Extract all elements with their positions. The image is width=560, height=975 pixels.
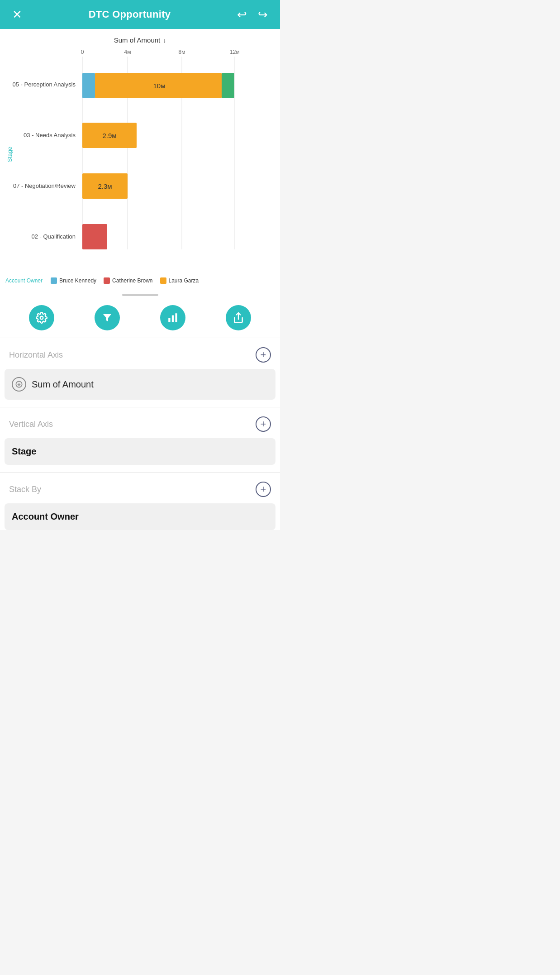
svg-text:0: 0 xyxy=(81,49,84,55)
svg-rect-25 xyxy=(175,313,177,322)
legend-item-catherine: Catherine Brown xyxy=(104,277,152,284)
download-icon xyxy=(12,377,26,392)
forward-button[interactable]: ↪ xyxy=(255,8,271,22)
header-nav-icons: ↩ ↪ xyxy=(234,8,271,22)
stack-by-value: Account Owner xyxy=(12,511,79,522)
legend-label-laura: Laura Garza xyxy=(169,277,199,284)
legend-item-bruce: Bruce Kennedy xyxy=(51,277,96,284)
legend-swatch-bruce xyxy=(51,277,57,284)
horizontal-axis-section-header: Horizontal Axis + xyxy=(0,338,280,369)
vertical-axis-value: Stage xyxy=(12,446,36,457)
legend-swatch-laura xyxy=(160,277,166,284)
stack-by-section-header: Stack By + xyxy=(0,473,280,503)
close-button[interactable]: ✕ xyxy=(9,8,25,22)
settings-button[interactable] xyxy=(29,305,54,330)
legend-label-catherine: Catherine Brown xyxy=(112,277,152,284)
chart-type-button[interactable] xyxy=(160,305,185,330)
svg-text:05 - Perception Analysis: 05 - Perception Analysis xyxy=(13,81,76,88)
plus-icon-3: + xyxy=(261,483,266,495)
plus-icon: + xyxy=(261,349,266,361)
page-title: DTC Opportunity xyxy=(89,9,171,20)
horizontal-axis-title: Horizontal Axis xyxy=(9,350,63,360)
svg-text:12м: 12м xyxy=(230,49,240,55)
app-header: ✕ DTC Opportunity ↩ ↪ xyxy=(0,0,280,29)
chart-title-row: Sum of Amount ↓ xyxy=(5,36,275,44)
chart-title: Sum of Amount xyxy=(114,36,161,44)
scroll-indicator xyxy=(0,290,280,298)
back-button[interactable]: ↩ xyxy=(234,8,250,22)
vertical-axis-item[interactable]: Stage xyxy=(5,438,275,465)
settings-panel: Horizontal Axis + Sum of Amount Vertical… xyxy=(0,338,280,530)
svg-text:07 - Negotiation/Review: 07 - Negotiation/Review xyxy=(13,182,76,189)
scroll-bar xyxy=(122,294,158,296)
stack-by-add-button[interactable]: + xyxy=(256,482,271,497)
share-button[interactable] xyxy=(226,305,251,330)
vertical-axis-title: Vertical Axis xyxy=(9,420,53,429)
svg-text:02 - Qualification: 02 - Qualification xyxy=(31,233,76,240)
svg-rect-21 xyxy=(82,224,107,249)
stack-by-item[interactable]: Account Owner xyxy=(5,503,275,530)
plus-icon-2: + xyxy=(261,418,266,430)
svg-text:10м: 10м xyxy=(153,82,166,90)
legend-item-laura: Laura Garza xyxy=(160,277,199,284)
svg-rect-24 xyxy=(172,315,174,322)
svg-rect-13 xyxy=(222,73,234,98)
svg-text:8м: 8м xyxy=(179,49,185,55)
horizontal-axis-item[interactable]: Sum of Amount xyxy=(5,369,275,400)
legend-swatch-catherine xyxy=(104,277,110,284)
legend-label-bruce: Bruce Kennedy xyxy=(59,277,96,284)
svg-rect-10 xyxy=(82,73,95,98)
svg-point-22 xyxy=(40,316,43,320)
horizontal-axis-value: Sum of Amount xyxy=(32,379,94,390)
horizontal-axis-add-button[interactable]: + xyxy=(256,347,271,363)
svg-rect-23 xyxy=(168,318,170,322)
sort-icon[interactable]: ↓ xyxy=(163,37,166,44)
svg-text:2.3м: 2.3м xyxy=(98,182,112,190)
chart-legend: Account Owner Bruce Kennedy Catherine Br… xyxy=(5,274,275,286)
svg-text:Stage: Stage xyxy=(6,147,13,162)
legend-axis-label: Account Owner xyxy=(5,277,43,284)
toolbar xyxy=(0,298,280,338)
stack-by-title: Stack By xyxy=(9,485,41,494)
svg-text:03 - Needs Analysis: 03 - Needs Analysis xyxy=(24,132,76,139)
vertical-axis-section-header: Vertical Axis + xyxy=(0,407,280,438)
svg-text:2.9м: 2.9м xyxy=(102,132,116,139)
svg-text:4м: 4м xyxy=(124,49,131,55)
filter-button[interactable] xyxy=(95,305,120,330)
vertical-axis-add-button[interactable]: + xyxy=(256,416,271,432)
bar-chart: 0 4м 8м 12м Stage 05 - Perception Analys… xyxy=(5,46,280,272)
chart-area: Sum of Amount ↓ 0 4м 8м 12м Stage 05 - P… xyxy=(0,29,280,290)
